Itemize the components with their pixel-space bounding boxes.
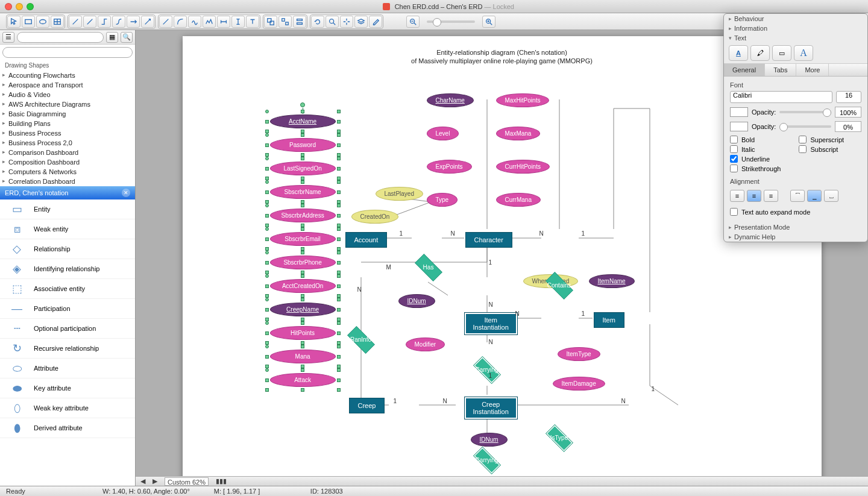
pages-tabs[interactable]: ▮▮▮ — [216, 477, 227, 485]
zoom-out-button[interactable] — [406, 16, 420, 28]
attr-lastplayed[interactable]: LastPlayed — [376, 187, 423, 201]
zoom-slider[interactable] — [427, 20, 475, 23]
text-opacity-value[interactable]: 100% — [835, 107, 861, 118]
dimension-h-tool[interactable] — [217, 16, 230, 28]
curve-tool[interactable] — [188, 16, 201, 28]
shape-item[interactable]: ◈Identifying relationship — [0, 259, 135, 279]
category-item[interactable]: Basic Diagramming — [0, 109, 135, 119]
text-box-icon[interactable]: ▭ — [772, 45, 791, 61]
text-highlight-icon[interactable]: 🖍 — [750, 45, 770, 61]
category-item[interactable]: AWS Architecture Diagrams — [0, 99, 135, 109]
shape-item[interactable]: ⬚Associative entity — [0, 279, 135, 299]
polyline-tool[interactable] — [203, 16, 216, 28]
align-center-button[interactable]: ≡ — [747, 190, 761, 202]
connector-tool-3[interactable] — [98, 16, 111, 28]
active-stencil-header[interactable]: ERD, Chen's notation ✕ — [0, 186, 135, 199]
close-window-button[interactable] — [5, 3, 12, 10]
text-color-icon[interactable]: A — [729, 45, 748, 61]
attr-idnum[interactable]: IDNum — [398, 294, 435, 308]
rect-tool[interactable] — [22, 16, 35, 28]
align-right-button[interactable]: ≡ — [764, 190, 778, 202]
inspector-dynamic-help[interactable]: Dynamic Help — [724, 232, 867, 242]
next-page-button[interactable]: ▶ — [153, 477, 157, 485]
zoom-window-button[interactable] — [27, 3, 34, 10]
shape-item[interactable]: ⬭Attribute — [0, 359, 135, 378]
category-item[interactable]: Business Process — [0, 128, 135, 138]
shape-item[interactable]: ▭Entity — [0, 199, 135, 219]
category-item[interactable]: Business Process 2,0 — [0, 138, 135, 148]
valign-bottom-button[interactable]: ⎵ — [824, 190, 838, 202]
italic-checkbox[interactable] — [730, 145, 738, 153]
close-stencil-icon[interactable]: ✕ — [122, 189, 130, 197]
text-color-well[interactable] — [730, 107, 748, 117]
line-tool[interactable] — [159, 16, 172, 28]
layers-tool[interactable] — [354, 16, 368, 28]
underline-checkbox[interactable] — [730, 155, 738, 163]
entity-item-instantiation[interactable]: Item Instantiation — [464, 312, 518, 335]
entity-character[interactable]: Character — [465, 232, 512, 248]
refresh-tool[interactable] — [311, 16, 324, 28]
library-toggle-icon[interactable]: ☰ — [2, 32, 14, 43]
category-item[interactable]: Aerospace and Transport — [0, 80, 135, 90]
attr-itemname[interactable]: ItemName — [589, 274, 635, 288]
category-item[interactable]: Building Plans — [0, 119, 135, 128]
category-item[interactable]: Correlation Dashboard — [0, 177, 135, 186]
pan-tool[interactable] — [340, 16, 353, 28]
bg-opacity-value[interactable]: 0% — [835, 121, 861, 132]
shape-item[interactable]: ⧈Weak entity — [0, 219, 135, 239]
bold-checkbox[interactable] — [730, 136, 738, 143]
inspector-presentation[interactable]: Presentation Mode — [724, 222, 867, 232]
align-tool[interactable] — [293, 16, 306, 28]
rel-carrying-2[interactable]: Carrying — [469, 451, 505, 469]
font-select[interactable]: Calibri — [730, 91, 832, 103]
attr-idnum-2[interactable]: IDNum — [471, 433, 508, 447]
attr-exppoints[interactable]: ExpPoints — [427, 160, 472, 174]
ungroup-tool[interactable] — [278, 16, 292, 28]
attr-maxhitpoints[interactable]: MaxHitPoints — [496, 93, 550, 107]
category-item[interactable]: Composition Dashboard — [0, 157, 135, 167]
connector-tool-5[interactable] — [127, 16, 140, 28]
attr-charname[interactable]: CharName — [427, 93, 474, 107]
entity-creep[interactable]: Creep — [349, 398, 385, 413]
attr-type[interactable]: Type — [427, 193, 458, 207]
group-tool[interactable] — [264, 16, 277, 28]
rel-carrying[interactable]: Carrying — [469, 361, 505, 379]
font-size-input[interactable]: 16 — [836, 91, 861, 103]
align-left-button[interactable]: ≡ — [730, 190, 744, 202]
tab-more[interactable]: More — [796, 64, 829, 76]
category-item[interactable]: Computers & Networks — [0, 167, 135, 177]
valign-middle-button[interactable]: ⎯ — [807, 190, 822, 202]
prev-page-button[interactable]: ◀ — [140, 477, 145, 485]
connector-tool-2[interactable] — [83, 16, 96, 28]
zoom-in-button[interactable] — [482, 16, 495, 28]
connector-tool-1[interactable] — [69, 16, 82, 28]
inspector-text[interactable]: Text — [724, 33, 867, 43]
minimize-window-button[interactable] — [16, 3, 23, 10]
arc-tool[interactable] — [174, 16, 187, 28]
shape-item[interactable]: ◇Relationship — [0, 239, 135, 259]
auto-expand-checkbox[interactable] — [730, 208, 738, 216]
entity-creep-instantiation[interactable]: Creep Instantiation — [464, 397, 518, 419]
zoom-combo[interactable]: Custom 62% — [165, 477, 209, 486]
entity-account[interactable]: Account — [345, 232, 388, 248]
rotation-handle[interactable] — [300, 102, 305, 107]
category-item[interactable]: Accounting Flowcharts — [0, 71, 135, 80]
inspector-behaviour[interactable]: Behaviour — [724, 14, 867, 24]
library-grid-icon[interactable]: ▦ — [106, 32, 118, 43]
tab-tabs[interactable]: Tabs — [765, 64, 796, 76]
shape-item[interactable]: ↻Recursive relationship — [0, 339, 135, 359]
shape-item[interactable]: ⬮Derived attribute — [0, 418, 135, 438]
shape-item[interactable]: ⬯Weak key attribute — [0, 398, 135, 418]
rel-istype[interactable]: IsType — [541, 429, 577, 447]
font-icon[interactable]: A — [794, 45, 813, 61]
rel-has[interactable]: Has — [410, 259, 447, 277]
attr-maxmana[interactable]: MaxMana — [496, 127, 541, 140]
category-item[interactable]: Comparison Dashboard — [0, 148, 135, 157]
attr-level[interactable]: Level — [427, 127, 459, 140]
text-tool[interactable] — [246, 16, 259, 28]
category-item[interactable]: Audio & Video — [0, 90, 135, 99]
connector-tool-4[interactable] — [112, 16, 125, 28]
ellipse-tool[interactable] — [36, 16, 49, 28]
tab-general[interactable]: General — [724, 64, 765, 76]
zoom-tool[interactable] — [326, 16, 339, 28]
